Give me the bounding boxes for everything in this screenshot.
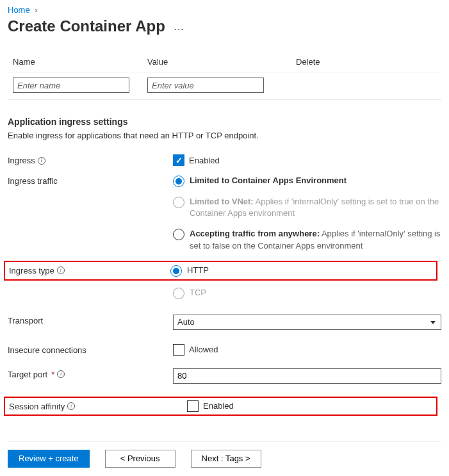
- section-title: Application ingress settings: [8, 117, 441, 127]
- review-create-button[interactable]: Review + create: [8, 450, 90, 468]
- info-icon[interactable]: i: [67, 402, 75, 410]
- env-vars-table: Name Value Delete: [8, 53, 441, 100]
- info-icon[interactable]: i: [38, 157, 45, 165]
- transport-select[interactable]: Auto: [173, 315, 441, 330]
- highlight-session-affinity: Session affinity i Enabled: [4, 397, 437, 416]
- env-header-row: Name Value Delete: [8, 53, 441, 72]
- row-insecure: Insecure connections Allowed: [8, 344, 441, 356]
- footer-actions: Review + create < Previous Next : Tags >: [8, 441, 441, 468]
- next-button[interactable]: Next : Tags >: [191, 450, 261, 468]
- more-icon[interactable]: ⋯: [174, 24, 184, 35]
- env-input-row: [8, 72, 441, 100]
- radio-icon: [173, 197, 184, 208]
- col-delete: Delete: [296, 57, 320, 67]
- info-icon[interactable]: i: [57, 370, 65, 378]
- insecure-checkbox-label: Allowed: [189, 345, 218, 354]
- traffic-opt-limited-env[interactable]: Limited to Container Apps Environment: [173, 175, 441, 187]
- label-transport: Transport: [8, 316, 43, 325]
- port-input[interactable]: [173, 368, 441, 384]
- affinity-checkbox[interactable]: [187, 400, 199, 412]
- previous-button[interactable]: < Previous: [105, 450, 176, 468]
- radio-icon: [173, 229, 184, 240]
- label-traffic: Ingress traffic: [8, 176, 58, 186]
- env-value-input[interactable]: [147, 78, 264, 93]
- insecure-checkbox[interactable]: [173, 344, 184, 356]
- row-ingress: Ingress i Enabled: [8, 154, 441, 166]
- traffic-opt-anywhere[interactable]: Accepting traffic from anywhere: Applies…: [173, 228, 441, 251]
- breadcrumb: Home ›: [8, 5, 441, 15]
- highlight-ingress-type: Ingress type i HTTP: [4, 261, 437, 281]
- chevron-right-icon: ›: [35, 5, 37, 15]
- ingress-checkbox[interactable]: [173, 154, 184, 166]
- radio-icon: [173, 288, 184, 299]
- traffic-opt-limited-vnet: Limited to VNet: Applies if 'internalOnl…: [173, 196, 441, 219]
- required-asterisk: *: [51, 370, 54, 379]
- env-name-input[interactable]: [13, 78, 129, 93]
- label-ingress-type: Ingress type: [9, 266, 54, 275]
- radio-icon: [173, 176, 184, 187]
- label-port: Target port: [8, 370, 47, 379]
- row-type-tcp: TCP: [8, 287, 441, 299]
- section-desc: Enable ingress for applications that nee…: [8, 131, 441, 140]
- row-transport: Transport Auto: [8, 315, 441, 330]
- label-ingress: Ingress: [8, 156, 35, 165]
- affinity-checkbox-label: Enabled: [203, 401, 234, 411]
- ingress-checkbox-label: Enabled: [189, 156, 220, 165]
- type-opt-http[interactable]: HTTP: [170, 265, 432, 277]
- breadcrumb-home[interactable]: Home: [8, 5, 30, 15]
- row-port: Target port * i: [8, 368, 441, 384]
- label-affinity: Session affinity: [9, 402, 65, 411]
- info-icon[interactable]: i: [57, 267, 65, 274]
- label-insecure: Insecure connections: [8, 345, 86, 355]
- type-opt-tcp: TCP: [173, 287, 441, 299]
- page-title: Create Container App: [8, 17, 165, 35]
- radio-icon: [170, 265, 182, 277]
- col-value: Value: [147, 57, 296, 67]
- col-name: Name: [13, 57, 147, 67]
- row-traffic: Ingress traffic Limited to Container App…: [8, 175, 441, 252]
